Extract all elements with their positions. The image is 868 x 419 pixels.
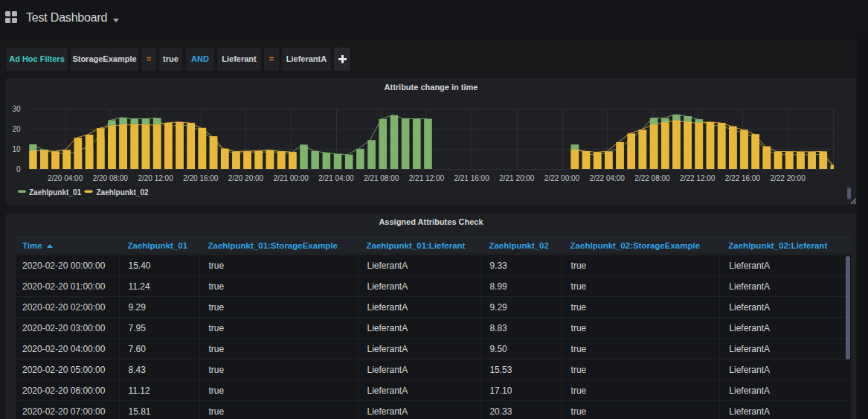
svg-text:0: 0: [16, 165, 21, 173]
svg-text:2/21 12:00: 2/21 12:00: [409, 174, 445, 182]
svg-text:2/20 20:00: 2/20 20:00: [228, 174, 264, 182]
svg-text:2/21 16:00: 2/21 16:00: [454, 174, 489, 182]
svg-text:2/20 16:00: 2/20 16:00: [183, 174, 219, 182]
svg-text:2/22 08:00: 2/22 08:00: [634, 174, 670, 182]
svg-text:2/22 04:00: 2/22 04:00: [590, 174, 626, 182]
svg-text:2/21 08:00: 2/21 08:00: [364, 174, 399, 182]
svg-text:10: 10: [12, 145, 21, 153]
svg-text:2/20 12:00: 2/20 12:00: [138, 174, 173, 182]
svg-text:2/22 00:00: 2/22 00:00: [544, 174, 580, 182]
svg-text:2/21 00:00: 2/21 00:00: [274, 174, 309, 182]
svg-text:2/22 16:00: 2/22 16:00: [725, 174, 761, 182]
svg-text:30: 30: [12, 105, 21, 113]
svg-text:2/21 20:00: 2/21 20:00: [499, 174, 535, 182]
svg-text:2/22 12:00: 2/22 12:00: [680, 174, 716, 182]
svg-text:Zaehlpunkt_02: Zaehlpunkt_02: [97, 188, 149, 196]
svg-text:2/20 04:00: 2/20 04:00: [48, 174, 83, 182]
svg-text:2/20 08:00: 2/20 08:00: [93, 174, 129, 182]
svg-text:Zaehlpunkt_01: Zaehlpunkt_01: [29, 188, 81, 196]
svg-text:20: 20: [12, 125, 21, 133]
svg-text:2/22 20:00: 2/22 20:00: [770, 174, 806, 182]
svg-text:2/21 04:00: 2/21 04:00: [318, 174, 354, 182]
